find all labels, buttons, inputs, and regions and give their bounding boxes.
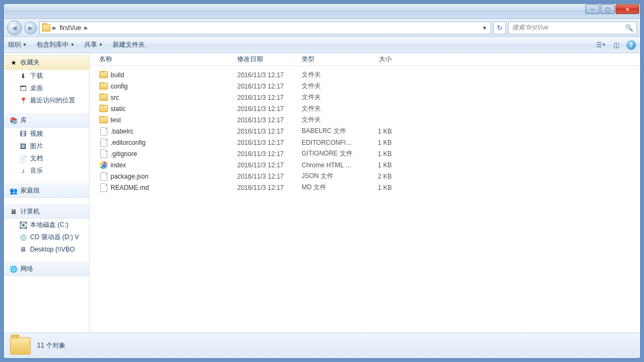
file-type: 文件夹 xyxy=(297,82,358,91)
folder-icon xyxy=(99,105,108,112)
file-row[interactable]: config 2016/11/3 12:17 文件夹 xyxy=(90,80,640,92)
nav-icon: 💽 xyxy=(19,221,27,230)
toolbar: 组织▼ 包含到库中▼ 共享▼ 新建文件夹 ☰ ▼ ◫ ? xyxy=(4,37,640,53)
sidebar-item[interactable]: 🗔桌面 xyxy=(4,82,89,94)
sidebar-computer[interactable]: 🖥 计算机 xyxy=(4,204,89,219)
column-name[interactable]: 名称 xyxy=(95,55,233,64)
nav-icon: 🗔 xyxy=(19,84,27,93)
file-name: build xyxy=(95,71,233,79)
file-list[interactable]: build 2016/11/3 12:17 文件夹 config 2016/11… xyxy=(90,66,640,333)
nav-icon: ⬇ xyxy=(19,72,27,80)
computer-icon: 🖥 xyxy=(9,208,18,216)
file-row[interactable]: build 2016/11/3 12:17 文件夹 xyxy=(90,69,640,80)
nav-icon: 🖼 xyxy=(19,142,27,151)
sidebar-favorites[interactable]: ★ 收藏夹 xyxy=(4,55,89,70)
file-name: package.json xyxy=(95,172,233,181)
titlebar[interactable]: ─ ▢ ✕ xyxy=(4,4,640,19)
sidebar-item[interactable]: 🖥Desktop (\\VBO xyxy=(4,243,89,255)
file-type: MD 文件 xyxy=(297,183,358,192)
help-icon[interactable]: ? xyxy=(626,40,636,50)
organize-menu[interactable]: 组织▼ xyxy=(8,40,27,49)
column-headers: 名称 修改日期 类型 大小 xyxy=(90,53,640,66)
file-type: 文件夹 xyxy=(297,70,358,79)
view-options-button[interactable]: ☰ ▼ xyxy=(596,40,606,50)
chevron-right-icon[interactable]: ▶ xyxy=(84,25,88,31)
sidebar-item[interactable]: ♪音乐 xyxy=(4,165,89,177)
refresh-button[interactable]: ↻ xyxy=(493,21,506,34)
address-bar[interactable]: ▶ firstVue ▶ ▾ xyxy=(39,21,491,34)
file-type: JSON 文件 xyxy=(297,172,358,181)
share-menu[interactable]: 共享▼ xyxy=(84,40,103,49)
file-type: 文件夹 xyxy=(297,93,358,102)
column-date[interactable]: 修改日期 xyxy=(233,55,297,64)
file-type: Chrome HTML D... xyxy=(297,161,358,169)
file-icon xyxy=(100,172,107,181)
file-row[interactable]: static 2016/11/3 12:17 文件夹 xyxy=(90,103,640,114)
sidebar-item[interactable]: 🖼图片 xyxy=(4,140,89,152)
file-icon xyxy=(100,138,107,147)
forward-button[interactable]: ► xyxy=(24,21,37,34)
file-name: .babelrc xyxy=(95,127,233,136)
file-icon xyxy=(100,183,107,192)
sidebar-item[interactable]: 📍最近访问的位置 xyxy=(4,94,89,107)
maximize-button[interactable]: ▢ xyxy=(601,4,614,14)
sidebar-item[interactable]: 💽本地磁盘 (C:) xyxy=(4,219,89,231)
file-date: 2016/11/3 12:17 xyxy=(233,116,297,124)
column-size[interactable]: 大小 xyxy=(358,55,396,64)
file-type: EDITORCONFIG ... xyxy=(297,139,358,146)
file-name: src xyxy=(95,93,233,102)
file-row[interactable]: .gitignore 2016/11/3 12:17 GITIGNORE 文件 … xyxy=(90,148,640,159)
address-dropdown[interactable]: ▾ xyxy=(481,24,488,32)
file-date: 2016/11/3 12:17 xyxy=(233,71,297,79)
preview-pane-button[interactable]: ◫ xyxy=(611,40,621,50)
column-type[interactable]: 类型 xyxy=(297,55,358,64)
file-date: 2016/11/3 12:17 xyxy=(233,128,297,135)
file-row[interactable]: test 2016/11/3 12:17 文件夹 xyxy=(90,114,640,125)
folder-icon xyxy=(99,83,108,90)
file-date: 2016/11/3 12:17 xyxy=(233,139,297,146)
navigation-pane[interactable]: ★ 收藏夹 ⬇下载🗔桌面📍最近访问的位置 📚 库 🎞视频🖼图片📄文档♪音乐 👥 … xyxy=(4,53,90,333)
file-row[interactable]: package.json 2016/11/3 12:17 JSON 文件 2 K… xyxy=(90,171,640,182)
breadcrumb-folder[interactable]: firstVue xyxy=(58,24,82,32)
newfolder-button[interactable]: 新建文件夹 xyxy=(113,40,145,49)
file-row[interactable]: .editorconfig 2016/11/3 12:17 EDITORCONF… xyxy=(90,137,640,148)
star-icon: ★ xyxy=(9,58,18,67)
folder-icon xyxy=(10,337,31,354)
file-row[interactable]: index 2016/11/3 12:17 Chrome HTML D... 1… xyxy=(90,159,640,171)
folder-icon xyxy=(99,116,108,123)
file-date: 2016/11/3 12:17 xyxy=(233,94,297,101)
nav-icon: 🖥 xyxy=(19,245,27,254)
include-menu[interactable]: 包含到库中▼ xyxy=(36,40,75,49)
sidebar-item[interactable]: 🎞视频 xyxy=(4,128,89,140)
sidebar-item[interactable]: 📄文档 xyxy=(4,152,89,165)
file-date: 2016/11/3 12:17 xyxy=(233,150,297,158)
body-area: ★ 收藏夹 ⬇下载🗔桌面📍最近访问的位置 📚 库 🎞视频🖼图片📄文档♪音乐 👥 … xyxy=(4,53,640,333)
folder-icon xyxy=(99,94,108,101)
sidebar-network[interactable]: 🌐 网络 xyxy=(4,262,89,276)
close-button[interactable]: ✕ xyxy=(616,4,639,14)
file-size: 1 KB xyxy=(358,150,396,158)
back-button[interactable]: ◄ xyxy=(7,20,22,35)
sidebar-item[interactable]: 💿CD 驱动器 (D:) V xyxy=(4,231,89,243)
nav-icon: ♪ xyxy=(19,167,27,175)
search-placeholder: 搜索 firstVue xyxy=(512,23,548,32)
file-row[interactable]: .babelrc 2016/11/3 12:17 BABELRC 文件 1 KB xyxy=(90,125,640,137)
folder-icon xyxy=(99,71,108,78)
chevron-right-icon[interactable]: ▶ xyxy=(53,25,56,31)
file-row[interactable]: src 2016/11/3 12:17 文件夹 xyxy=(90,92,640,103)
search-input[interactable]: 搜索 firstVue 🔍 xyxy=(508,21,637,34)
file-date: 2016/11/3 12:17 xyxy=(233,184,297,191)
status-bar: 11 个对象 xyxy=(4,333,640,358)
file-name: .editorconfig xyxy=(95,138,233,147)
nav-icon: 📍 xyxy=(19,97,27,105)
sidebar-item[interactable]: ⬇下载 xyxy=(4,70,89,82)
sidebar-homegroup[interactable]: 👥 家庭组 xyxy=(4,183,89,198)
file-date: 2016/11/3 12:17 xyxy=(233,173,297,180)
file-size: 1 KB xyxy=(358,128,396,135)
folder-icon xyxy=(42,24,50,32)
sidebar-libraries[interactable]: 📚 库 xyxy=(4,113,89,128)
file-row[interactable]: README.md 2016/11/3 12:17 MD 文件 1 KB xyxy=(90,182,640,193)
network-icon: 🌐 xyxy=(9,265,18,274)
minimize-button[interactable]: ─ xyxy=(586,4,599,14)
file-date: 2016/11/3 12:17 xyxy=(233,105,297,113)
